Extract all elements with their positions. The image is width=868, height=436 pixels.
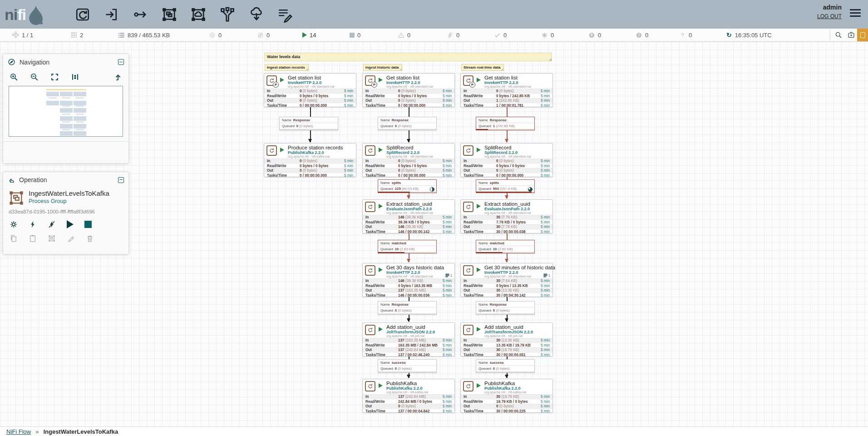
- connection-label[interactable]: NameResponseQueued0 (0 bytes): [378, 301, 437, 315]
- stat-label: Tasks/Time: [464, 353, 483, 357]
- connection-label[interactable]: NamesplitsQueued593 (157.4 KB): [476, 179, 535, 193]
- template-icon[interactable]: [247, 5, 266, 25]
- processor[interactable]: Add station_uuidJoltTransformJSON 2.2.0o…: [362, 322, 455, 357]
- processor-bundle: org.apache.nifi - nifi-standard-nar: [386, 211, 433, 214]
- stat-label: Read/Write: [464, 94, 483, 98]
- connection-label[interactable]: NameResponseQueued1 (242.85 KB): [476, 117, 535, 130]
- flow-label[interactable]: Water levels data: [264, 53, 552, 61]
- connection-name-label: Name: [478, 361, 488, 365]
- processor[interactable]: PublishKafkaPublishKafka 2.2.0org.apache…: [362, 379, 455, 413]
- zoom-fit-button[interactable]: [50, 73, 59, 81]
- stat-window: 5 min: [541, 409, 550, 414]
- connection-arrow-icon: [407, 139, 410, 143]
- start-button[interactable]: [67, 220, 74, 228]
- processor-icon[interactable]: [73, 5, 93, 25]
- processor[interactable]: Add station_uuidJoltTransformJSON 2.2.0o…: [460, 322, 553, 357]
- compass-icon: [8, 58, 15, 66]
- connection-label[interactable]: NamematchedQueued10 (2.63 KB): [378, 240, 437, 253]
- zoom-out-button[interactable]: [30, 73, 39, 81]
- processor[interactable]: PGet station listInvokeHTTP 2.2.0org.apa…: [264, 73, 356, 107]
- birdseye-minimap[interactable]: [9, 86, 123, 137]
- current-user-label: admin: [823, 4, 842, 11]
- status-stopped: 0: [350, 29, 360, 41]
- processor[interactable]: SplitRecordSplitRecord 2.2.0org.apache.n…: [460, 143, 553, 177]
- connection-label[interactable]: NamesplitsQueued225 (60.03 KB): [378, 179, 437, 193]
- connection-name: success: [392, 361, 406, 365]
- go-to-parent-button[interactable]: [114, 73, 122, 81]
- configure-button[interactable]: [10, 220, 18, 228]
- global-menu-icon[interactable]: [850, 9, 861, 18]
- status-locally-modified-stale: 0: [636, 29, 648, 41]
- minimap-processor: [60, 124, 73, 129]
- running-state-icon: [379, 78, 383, 82]
- group-button[interactable]: [48, 234, 56, 243]
- connection-queued-value: 225 (60.03 KB): [395, 187, 419, 191]
- flow-capture-icon[interactable]: [845, 29, 857, 41]
- stat-window: 5 min: [344, 104, 353, 109]
- remote-process-group-icon[interactable]: [188, 5, 208, 25]
- status-pg-count: 2: [71, 29, 83, 41]
- status-value: 0: [357, 32, 360, 39]
- output-port-icon[interactable]: [130, 5, 150, 25]
- connection-label[interactable]: NamesuccessQueued0 (0 bytes): [476, 359, 535, 373]
- group-tag-label[interactable]: Ingest historic data: [363, 64, 402, 71]
- connection-name-label: Name: [380, 361, 390, 365]
- stat-label: In: [365, 159, 369, 163]
- processor[interactable]: Extract station_uuidEvaluateJsonPath 2.2…: [362, 199, 455, 233]
- connection-arrow-icon: [505, 139, 508, 143]
- connection-label[interactable]: NameResponseQueued0 (0 bytes): [378, 117, 437, 130]
- flow-canvas[interactable]: Water levels dataIngest station recordsN…: [0, 42, 868, 426]
- processor[interactable]: PGet station listInvokeHTTP 2.2.0org.apa…: [362, 73, 455, 107]
- operation-collapse-button[interactable]: [118, 177, 124, 183]
- copy-button[interactable]: [10, 234, 18, 243]
- stop-button[interactable]: [84, 221, 92, 228]
- logout-link[interactable]: LOG OUT: [817, 13, 842, 20]
- processor[interactable]: PGet station listInvokeHTTP 2.2.0org.apa…: [460, 73, 553, 107]
- group-tag-label[interactable]: Ingest station records: [265, 64, 309, 71]
- stat-label: Out: [267, 168, 273, 173]
- running-state-icon: [379, 204, 383, 208]
- stat-label: In: [267, 159, 270, 163]
- processor[interactable]: PublishKafkaPublishKafka 2.2.0org.apache…: [460, 379, 553, 413]
- processor[interactable]: SplitRecordSplitRecord 2.2.0org.apache.n…: [362, 143, 455, 177]
- group-tag-text: Ingest station records: [267, 65, 305, 69]
- connection-label[interactable]: NamesuccessQueued0 (0 bytes): [378, 359, 437, 373]
- processor-stat-row: Tasks/Time1 / 00:00:01.7815 min: [461, 103, 552, 108]
- search-icon[interactable]: [833, 29, 844, 41]
- minimap-connection: [62, 121, 70, 123]
- group-tag-label[interactable]: Stream real-time data: [461, 64, 504, 71]
- connection-queued-value: 10 (2.62 KB): [493, 247, 513, 251]
- color-button[interactable]: [67, 234, 75, 243]
- processor[interactable]: Get 30 days historic dataInvokeHTTP 2.2.…: [362, 263, 455, 297]
- connection-queued-value: 0 (0 bytes): [493, 367, 510, 371]
- stat-label: In: [464, 279, 467, 283]
- processor-stat-row: Out1 (242.85 KB)5 min: [461, 98, 552, 103]
- bulletin-button[interactable]: [857, 29, 868, 41]
- processor[interactable]: Get 30 minutes of historic dataInvokeHTT…: [460, 263, 553, 297]
- disable-button[interactable]: [48, 220, 56, 228]
- processor[interactable]: Produce station recordsPublishKafka 2.2.…: [264, 143, 356, 177]
- stat-window: 5 min: [443, 293, 452, 298]
- navigation-footer: [3, 141, 128, 159]
- connection-arrow-icon: [505, 318, 508, 322]
- label-icon[interactable]: [275, 5, 295, 25]
- zoom-in-button[interactable]: [10, 73, 18, 81]
- stat-label: Tasks/Time: [464, 104, 483, 108]
- delete-button[interactable]: [86, 234, 94, 243]
- stale-icon: [588, 32, 595, 39]
- refresh-icon[interactable]: ↻: [726, 31, 732, 39]
- status-invalid: 0: [398, 29, 410, 41]
- enable-button[interactable]: [29, 220, 37, 228]
- navigation-collapse-button[interactable]: [118, 59, 124, 65]
- connection-label[interactable]: NameResponseQueued0 (0 bytes): [476, 301, 535, 315]
- processor[interactable]: Extract station_uuidEvaluateJsonPath 2.2…: [460, 199, 553, 233]
- paste-button[interactable]: [29, 234, 37, 243]
- connection-label[interactable]: NamematchedQueued10 (2.62 KB): [476, 240, 535, 253]
- process-group-icon[interactable]: [159, 5, 179, 25]
- processor-stat-row: Out0 (0 bytes)5 min: [264, 168, 356, 173]
- connection-label[interactable]: NameResponseQueued0 (0 bytes): [279, 117, 338, 130]
- breadcrumb-root-link[interactable]: NiFi Flow: [6, 428, 31, 435]
- funnel-icon[interactable]: [217, 5, 237, 25]
- zoom-actual-button[interactable]: [71, 73, 79, 81]
- input-port-icon[interactable]: [102, 5, 122, 25]
